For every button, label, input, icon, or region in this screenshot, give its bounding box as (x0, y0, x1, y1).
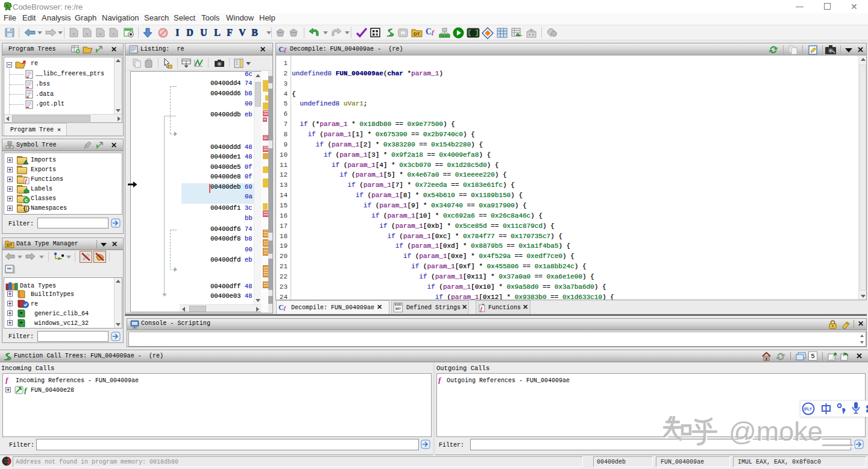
svg-text:f: f (438, 376, 442, 384)
svg-text:DT: DT (7, 243, 13, 247)
svg-text:iFLY: iFLY (804, 407, 813, 411)
svg-text:f: f (24, 386, 28, 394)
svg-text:@moke__: @moke__ (729, 416, 854, 447)
svg-text:DT: DT (414, 31, 420, 37)
svg-text:C: C (25, 198, 28, 203)
svg-text:f: f (5, 376, 9, 384)
